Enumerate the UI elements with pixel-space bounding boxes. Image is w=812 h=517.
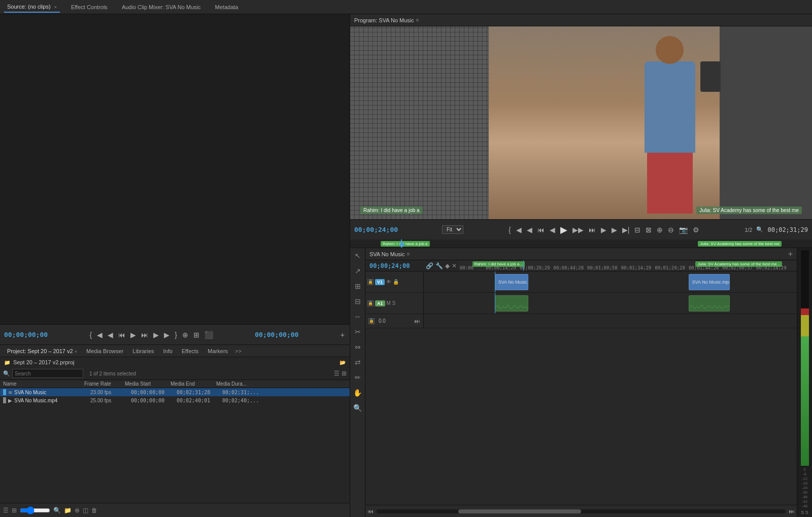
track-v1-lock-icon[interactable]: 🔒: [393, 279, 399, 285]
video-clip-2[interactable]: SVA No Music.mp4: [689, 274, 730, 290]
tab-metadata[interactable]: Metadata: [212, 2, 242, 12]
project-new-folder-icon[interactable]: 📂: [340, 360, 346, 365]
slip-tool-icon[interactable]: ⇔: [353, 341, 362, 353]
source-step-fwd-btn[interactable]: ▶: [152, 330, 160, 340]
delete-btn[interactable]: 🗑: [91, 507, 97, 514]
tab-source[interactable]: Source: (no clips) ×: [4, 2, 60, 13]
volume-end-btn[interactable]: ⏭: [414, 318, 420, 325]
program-menu-icon[interactable]: ≡: [416, 17, 419, 23]
tl-nav-left-btn[interactable]: ⏮: [367, 508, 374, 515]
audio-clip-2[interactable]: [689, 295, 730, 312]
track-a1-solo-icon[interactable]: S: [392, 300, 396, 306]
prog-play-fwd-btn[interactable]: ▶▶: [571, 225, 585, 235]
track-a1-mute-icon[interactable]: M: [387, 300, 391, 306]
icon-view-icon[interactable]: ⊞: [342, 370, 347, 377]
new-item-btn[interactable]: ⊕: [75, 507, 80, 514]
prog-settings-btn[interactable]: ⚙: [692, 225, 700, 235]
prog-mark-in-btn[interactable]: {: [507, 225, 512, 235]
list-item[interactable]: ≋ SVA No Music 23.00 fps 00;00;00;00 00;…: [0, 388, 350, 396]
list-item[interactable]: ▶ SVA No Music.mp4 25.00 fps 00;00;00;00…: [0, 396, 350, 404]
prog-mark-out2-btn[interactable]: ⊖: [667, 225, 675, 235]
source-mark-in-btn[interactable]: {: [89, 330, 93, 340]
prog-loop-out-btn[interactable]: ⏭: [588, 225, 597, 235]
track-v1-toggle[interactable]: 🔒: [367, 279, 374, 285]
tl-scroll-thumb[interactable]: [458, 509, 581, 513]
fit-dropdown[interactable]: Fit: [442, 225, 463, 234]
track-a1-toggle[interactable]: 🔒: [367, 300, 374, 306]
icon-view-btn[interactable]: ⊞: [12, 507, 17, 514]
volume-timeline[interactable]: [424, 314, 797, 328]
prog-lift-btn[interactable]: ⊟: [633, 225, 641, 235]
search-btn[interactable]: 🔍: [53, 507, 61, 514]
timeline-ruler[interactable]: 00:00 00;00;14;29 00;00;29;29 00;00;44;2…: [459, 260, 797, 271]
tl-scroll-bar[interactable]: [377, 509, 786, 513]
timeline-time-display[interactable]: 00;00;24;00: [365, 262, 424, 269]
prog-play-btn[interactable]: ▶: [559, 223, 568, 236]
video-clip-1[interactable]: SVA No Music.mp4: [495, 274, 528, 290]
tl-settings-btn[interactable]: ✕: [452, 262, 457, 269]
prog-step-back-btn[interactable]: ◀: [515, 225, 523, 235]
tl-nav-right-btn[interactable]: ⏭: [789, 508, 795, 515]
prog-loop-in-btn[interactable]: ⏮: [536, 225, 546, 235]
add-track-btn[interactable]: +: [788, 250, 793, 259]
source-step-fwd2-btn[interactable]: ▶: [163, 330, 171, 340]
slide-tool-icon[interactable]: ⇄: [353, 357, 362, 368]
pen-tool-icon[interactable]: ✏: [353, 372, 362, 383]
clear-btn[interactable]: ◫: [83, 507, 88, 514]
program-time-display[interactable]: 00;00;24;00: [354, 226, 398, 233]
tab-source-close[interactable]: ×: [54, 5, 57, 10]
source-mark-out-btn[interactable]: }: [174, 330, 178, 340]
prog-export-frame-btn[interactable]: 📷: [678, 225, 689, 235]
tab-libraries[interactable]: Libraries: [128, 347, 158, 355]
prog-step-fwd-btn[interactable]: ▶: [600, 225, 607, 235]
tab-effect-controls[interactable]: Effect Controls: [68, 2, 111, 12]
zoom-slider[interactable]: [20, 508, 50, 512]
new-bin-btn[interactable]: 📁: [64, 507, 72, 514]
volume-toggle[interactable]: 🔒: [368, 318, 375, 324]
prog-next-out-btn[interactable]: ▶|: [621, 225, 631, 235]
tab-project[interactable]: Project: Sept 20 – 2017 v2 ×: [3, 347, 81, 355]
zoom-tool-icon[interactable]: 🔍: [352, 402, 363, 413]
list-view-btn[interactable]: ☰: [3, 507, 9, 514]
tab-media-browser[interactable]: Media Browser: [82, 347, 127, 355]
tl-link-btn[interactable]: 🔧: [435, 262, 443, 269]
audio-clip-1[interactable]: [495, 295, 528, 312]
source-add-btn[interactable]: +: [340, 330, 346, 340]
source-overwrite-btn[interactable]: ⊞: [192, 330, 200, 340]
source-play-btn[interactable]: ▶: [129, 330, 137, 340]
track-v1-eye-icon[interactable]: 👁: [386, 279, 391, 285]
list-view-icon[interactable]: ☰: [334, 370, 340, 377]
prog-step-fwd2-btn[interactable]: ▶: [611, 225, 618, 235]
source-export-btn[interactable]: ⬛: [204, 330, 214, 340]
razor-tool-icon[interactable]: ✂: [353, 326, 362, 337]
prog-step-back2-btn[interactable]: ◀: [526, 225, 533, 235]
tab-effects[interactable]: Effects: [178, 347, 202, 355]
track-select-tool-icon[interactable]: ↗: [353, 265, 362, 277]
sequence-menu-icon[interactable]: ≡: [407, 251, 410, 257]
source-step-back2-btn[interactable]: ◀: [107, 330, 114, 340]
tl-marker-btn[interactable]: ◆: [445, 262, 450, 269]
source-insert-btn[interactable]: ⊕: [181, 330, 189, 340]
search-input[interactable]: [12, 369, 83, 378]
hand-tool-icon[interactable]: ✋: [352, 387, 363, 398]
tl-snap-btn[interactable]: 🔗: [426, 262, 433, 269]
track-v1-timeline[interactable]: SVA No Music.mp4 SVA No Music.mp4: [424, 271, 797, 292]
source-play-fwd-btn[interactable]: ⏭: [140, 330, 149, 340]
tab-audio-clip-mixer[interactable]: Audio Clip Mixer: SVA No Music: [119, 2, 204, 12]
source-loop-in-btn[interactable]: ⏮: [117, 330, 126, 340]
tab-project-close[interactable]: ×: [75, 349, 77, 354]
tab-markers[interactable]: Markers: [204, 347, 232, 355]
prog-mark-in2-btn[interactable]: ⊕: [656, 225, 664, 235]
panel-more-btn[interactable]: >>: [235, 348, 242, 354]
rate-stretch-tool-icon[interactable]: ↔: [353, 311, 363, 322]
source-step-back-btn[interactable]: ◀: [96, 330, 104, 340]
program-playhead-bar[interactable]: Rahim: I did have a job a Julia: SV Acad…: [350, 239, 812, 248]
select-tool-icon[interactable]: ↖: [353, 250, 362, 261]
rolling-edit-tool-icon[interactable]: ⊟: [353, 296, 362, 307]
tab-info[interactable]: Info: [159, 347, 177, 355]
prog-zoom-icon[interactable]: 🔍: [756, 226, 763, 233]
prog-play-back-btn[interactable]: ◀: [549, 225, 556, 235]
ripple-edit-tool-icon[interactable]: ⊞: [353, 281, 362, 292]
track-a1-timeline[interactable]: [424, 293, 797, 314]
prog-extract-btn[interactable]: ⊠: [645, 225, 653, 235]
